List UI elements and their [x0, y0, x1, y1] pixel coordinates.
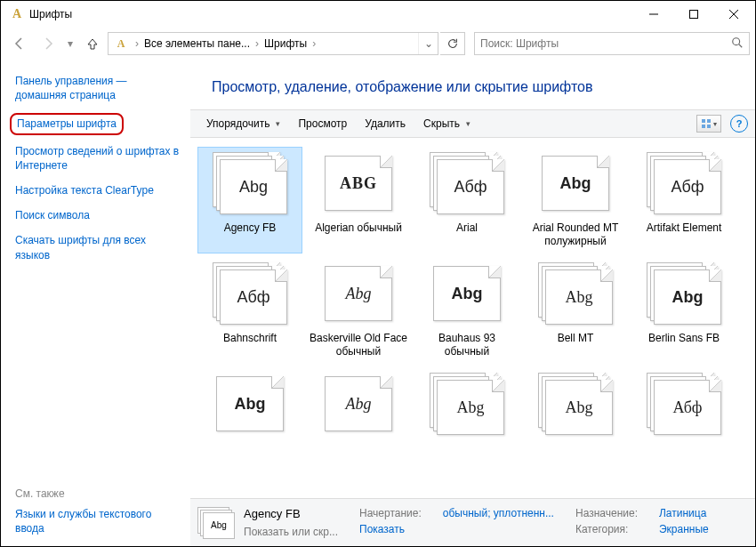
forward-button[interactable] — [35, 31, 61, 56]
font-thumbnail: Abg — [213, 373, 287, 437]
svg-point-4 — [733, 37, 740, 44]
status-designed-value: Латиница — [659, 507, 706, 519]
font-item[interactable]: ABGAlgerian обычный — [306, 147, 411, 253]
svg-rect-8 — [702, 125, 705, 128]
address-bar[interactable]: A › Все элементы пане... › Шрифты › ⌄ — [108, 32, 438, 55]
font-item[interactable]: Абф — [631, 367, 736, 474]
sidebar-link-online-info[interactable]: Просмотр сведений о шрифтах в Интернете — [15, 144, 180, 173]
font-thumbnail: Абф — [213, 262, 287, 326]
font-label: Artifakt Element — [647, 221, 722, 248]
status-showhide-label: Показать или скр... — [244, 526, 338, 538]
font-item[interactable]: Abg — [306, 367, 411, 474]
see-also-label: См. также — [15, 487, 180, 500]
status-bar: Abg Agency FB Показать или скр... Начерт… — [190, 498, 755, 546]
font-item[interactable]: AbgBell MT — [523, 257, 628, 364]
sidebar-link-font-params[interactable]: Параметры шрифта — [10, 113, 124, 134]
font-thumbnail: Абф — [647, 152, 721, 216]
toolbar-delete[interactable]: Удалить — [356, 117, 414, 130]
status-show-value[interactable]: Показать — [359, 523, 405, 535]
font-label: Bahnschrift — [223, 332, 277, 358]
toolbar-view-button[interactable]: ▾ — [696, 115, 721, 133]
toolbar-hide[interactable]: Скрыть — [414, 117, 479, 130]
address-icon: A — [112, 35, 130, 52]
font-thumbnail: Abg — [647, 262, 721, 326]
font-label: Bauhaus 93 обычный — [416, 332, 518, 358]
font-thumbnail: Abg — [430, 262, 504, 326]
font-thumbnail: Abg — [321, 373, 396, 437]
status-category-label: Категория: — [575, 523, 628, 535]
font-thumbnail: Abg — [430, 373, 504, 437]
status-style-value: обычный; уплотненн... — [443, 507, 554, 519]
toolbar-preview[interactable]: Просмотр — [289, 117, 356, 130]
nav-row: ▾ A › Все элементы пане... › Шрифты › ⌄ — [1, 28, 755, 60]
status-designed-label: Назначение: — [575, 507, 638, 519]
window-title: Шрифты — [29, 8, 633, 20]
font-thumbnail: ABG — [321, 152, 396, 216]
font-grid-container[interactable]: AbgAgency FBABGAlgerian обычныйАбфArialA… — [190, 138, 755, 498]
crumb-sep-icon[interactable]: › — [253, 37, 261, 50]
sidebar-link-download-fonts[interactable]: Скачать шрифты для всех языков — [15, 233, 180, 261]
status-font-name: Agency FB — [244, 507, 338, 520]
history-dropdown[interactable]: ▾ — [63, 31, 77, 56]
maximize-button[interactable] — [673, 1, 713, 28]
status-thumbnail: Abg — [197, 507, 235, 539]
back-button[interactable] — [6, 31, 33, 56]
status-category-value: Экранные — [659, 523, 709, 535]
breadcrumb-item[interactable]: Шрифты — [261, 33, 310, 54]
toolbar: Упорядочить Просмотр Удалить Скрыть ▾ ? — [190, 109, 755, 138]
font-item[interactable]: AbgArial Rounded MT полужирный — [523, 147, 628, 253]
font-label: Algerian обычный — [315, 221, 402, 248]
up-button[interactable] — [79, 31, 106, 56]
font-thumbnail: Abg — [538, 152, 613, 216]
svg-rect-6 — [702, 119, 705, 123]
svg-rect-7 — [707, 119, 711, 123]
font-thumbnail: Abg — [321, 262, 396, 326]
refresh-button[interactable] — [440, 32, 465, 55]
search-box[interactable] — [474, 32, 750, 55]
font-thumbnail: Abg — [538, 262, 613, 326]
font-item[interactable]: AbgBauhaus 93 обычный — [414, 257, 519, 364]
main-area: Просмотр, удаление, отображение или скры… — [190, 60, 755, 546]
font-thumbnail: Abg — [213, 152, 287, 216]
font-label: Agency FB — [224, 221, 277, 248]
status-style-label: Начертание: — [359, 507, 422, 519]
crumb-sep-icon[interactable]: › — [310, 37, 318, 50]
search-icon[interactable] — [731, 36, 744, 52]
sidebar-link-find-char[interactable]: Поиск символа — [15, 208, 180, 222]
font-item[interactable]: Abg — [414, 367, 519, 474]
address-dropdown[interactable]: ⌄ — [418, 33, 438, 54]
font-item[interactable]: AbgBerlin Sans FB — [631, 257, 736, 364]
search-input[interactable] — [480, 37, 731, 50]
font-label: Baskerville Old Face обычный — [308, 332, 409, 358]
font-item[interactable]: АбфBahnschrift — [197, 257, 302, 364]
svg-line-5 — [739, 44, 743, 47]
font-label: Arial Rounded MT полужирный — [525, 221, 626, 248]
close-button[interactable] — [713, 1, 753, 28]
font-label: Arial — [456, 221, 478, 248]
font-item[interactable]: AbgBaskerville Old Face обычный — [306, 257, 411, 364]
svg-rect-9 — [707, 125, 711, 128]
page-heading: Просмотр, удаление, отображение или скры… — [190, 60, 755, 109]
crumb-sep-icon[interactable]: › — [133, 37, 141, 50]
font-item[interactable]: AbgAgency FB — [197, 147, 302, 253]
font-item[interactable]: Abg — [197, 367, 302, 474]
toolbar-help-button[interactable]: ? — [730, 115, 748, 133]
font-thumbnail: Abg — [538, 373, 613, 437]
font-item[interactable]: АбфArtifakt Element — [631, 147, 736, 253]
svg-rect-1 — [689, 11, 697, 19]
sidebar: Панель управления — домашняя страница Па… — [1, 60, 190, 546]
minimize-button[interactable] — [633, 1, 673, 28]
font-thumbnail: Абф — [647, 373, 721, 437]
breadcrumb-item[interactable]: Все элементы пане... — [141, 33, 253, 54]
font-label: Berlin Sans FB — [648, 332, 720, 358]
sidebar-link-home[interactable]: Панель управления — домашняя страница — [15, 74, 180, 102]
font-item[interactable]: АбфArial — [414, 147, 519, 253]
font-thumbnail: Абф — [430, 152, 504, 216]
app-icon: A — [10, 7, 24, 21]
font-label: Bell MT — [558, 332, 594, 358]
toolbar-organize[interactable]: Упорядочить — [197, 117, 289, 130]
sidebar-link-cleartype[interactable]: Настройка текста ClearType — [15, 183, 180, 197]
font-item[interactable]: Abg — [523, 367, 628, 474]
title-bar: A Шрифты — [1, 1, 755, 28]
sidebar-link-text-services[interactable]: Языки и службы текстового ввода — [15, 507, 180, 535]
